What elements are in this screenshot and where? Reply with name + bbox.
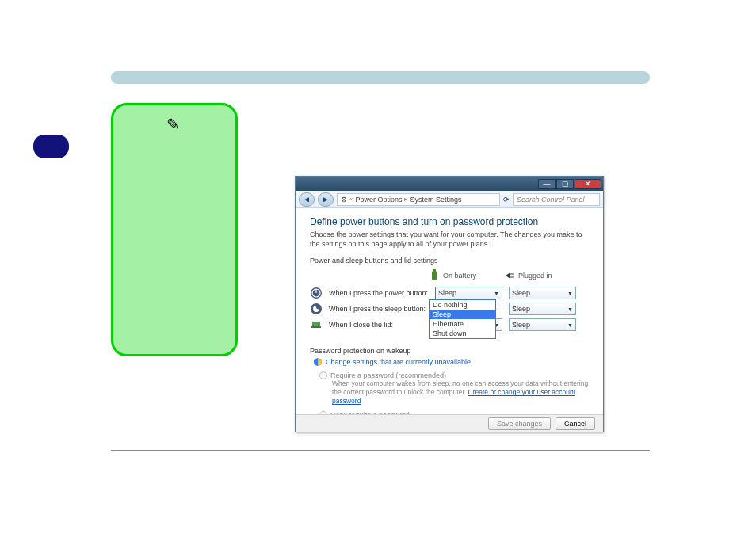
lid-icon: [310, 318, 323, 331]
pw-opt1-desc: When your computer wakes from sleep, no …: [332, 379, 589, 405]
save-changes-button[interactable]: Save changes: [488, 417, 551, 430]
radio-require: [319, 371, 327, 379]
row-power-label: When I press the power button:: [329, 289, 429, 297]
col-plugged-in: Plugged in: [504, 269, 571, 282]
change-settings-link[interactable]: Change settings that are currently unava…: [313, 357, 589, 367]
pw-option-require: Require a password (recommended) When yo…: [319, 371, 589, 405]
dd-power-battery[interactable]: Sleep▼: [435, 287, 502, 299]
row-lid-label: When I close the lid:: [329, 321, 429, 329]
password-section: Password protection on wakeup Change set…: [310, 347, 589, 414]
dialog-footer: Save changes Cancel: [296, 414, 603, 432]
breadcrumb-sep: «: [349, 196, 353, 203]
section-label: Power and sleep buttons and lid settings: [310, 257, 589, 265]
decorative-bottom-line: [111, 450, 650, 451]
dd-sleep-plugged[interactable]: Sleep▼: [509, 303, 576, 315]
column-headers: On battery Plugged in: [429, 269, 589, 282]
row-power-button: When I press the power button: Sleep▼ Sl…: [310, 287, 589, 299]
navigation-bar: ◄ ► ⚙ « Power Options ▸ System Settings …: [296, 191, 603, 208]
battery-icon: [429, 269, 440, 282]
power-options-window: — ▢ ✕ ◄ ► ⚙ « Power Options ▸ System Set…: [295, 176, 604, 432]
page-heading: Define power buttons and turn on passwor…: [310, 216, 589, 227]
minimize-button[interactable]: —: [538, 179, 556, 189]
content-area: Define power buttons and turn on passwor…: [296, 208, 603, 414]
chevron-down-icon: ▼: [494, 291, 499, 296]
maximize-button[interactable]: ▢: [556, 179, 574, 189]
decorative-side-badge: [33, 135, 69, 158]
dropdown-option-shutdown[interactable]: Shut down: [430, 329, 495, 338]
dropdown-option-donothing[interactable]: Do nothing: [430, 300, 495, 310]
col-on-battery: On battery: [429, 269, 496, 282]
page-description: Choose the power settings that you want …: [310, 230, 589, 249]
breadcrumb-power[interactable]: Power Options: [355, 196, 402, 204]
window-titlebar: — ▢ ✕: [296, 177, 603, 191]
pw-heading: Password protection on wakeup: [310, 347, 589, 355]
dropdown-option-hibernate[interactable]: Hibernate: [430, 319, 495, 329]
chevron-down-icon: ▼: [567, 291, 573, 296]
sleep-icon: [310, 303, 323, 315]
breadcrumb-system[interactable]: System Settings: [410, 196, 461, 204]
shield-icon: [313, 357, 323, 367]
pencil-icon: ✎: [166, 115, 180, 134]
chevron-down-icon: ▼: [567, 306, 573, 312]
dd-lid-plugged[interactable]: Sleep▼: [509, 318, 576, 331]
svg-rect-0: [432, 271, 437, 280]
breadcrumb[interactable]: ⚙ « Power Options ▸ System Settings: [337, 193, 500, 206]
forward-button[interactable]: ►: [318, 192, 334, 207]
search-input[interactable]: Search Control Panel: [513, 193, 600, 206]
decorative-top-bar: [111, 71, 650, 84]
back-button[interactable]: ◄: [299, 192, 315, 207]
refresh-icon[interactable]: ⟳: [503, 196, 510, 204]
dropdown-option-sleep[interactable]: Sleep: [430, 310, 495, 319]
plug-icon: [504, 269, 515, 282]
svg-rect-1: [433, 269, 436, 272]
chevron-down-icon: ▼: [567, 322, 573, 328]
svg-rect-8: [311, 326, 321, 328]
row-sleep-label: When I press the sleep button:: [329, 305, 429, 313]
power-icon: [310, 287, 323, 299]
decorative-green-panel: [111, 103, 238, 356]
svg-rect-9: [312, 322, 320, 326]
breadcrumb-arrow-icon: ▸: [404, 196, 407, 203]
close-button[interactable]: ✕: [575, 179, 601, 189]
dd-power-plugged[interactable]: Sleep▼: [509, 287, 576, 299]
breadcrumb-icon: ⚙: [341, 196, 347, 204]
dropdown-list: Do nothing Sleep Hibernate Shut down: [429, 299, 496, 339]
cancel-button[interactable]: Cancel: [556, 417, 595, 430]
